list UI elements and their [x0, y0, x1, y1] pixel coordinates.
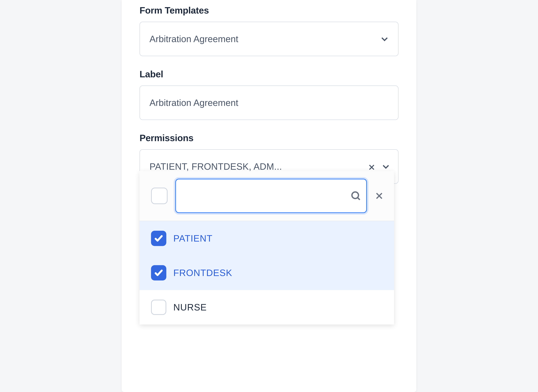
permissions-label: Permissions: [139, 133, 399, 143]
form-templates-group: Form Templates Arbitration Agreement: [139, 5, 399, 56]
permissions-option-label: FRONTDESK: [173, 268, 232, 278]
permissions-option-label: PATIENT: [173, 233, 213, 244]
checkbox-unchecked-icon: [151, 300, 166, 315]
label-field-label: Label: [139, 69, 399, 79]
svg-point-2: [352, 192, 358, 198]
permissions-summary: PATIENT, FRONTDESK, ADM...: [149, 161, 364, 172]
permissions-group: Permissions PATIENT, FRONTDESK, ADM...: [139, 133, 399, 184]
close-search-icon[interactable]: [375, 191, 384, 201]
permissions-search-input[interactable]: [182, 191, 351, 201]
label-text-field[interactable]: [139, 85, 399, 120]
checkbox-checked-icon: [151, 231, 166, 246]
permissions-option-label: NURSE: [173, 302, 207, 313]
permissions-option-frontdesk[interactable]: FRONTDESK: [139, 256, 394, 290]
chevron-down-icon: [380, 34, 389, 43]
clear-permissions-icon[interactable]: [368, 163, 376, 170]
permissions-search-row: [139, 171, 394, 221]
search-icon: [351, 191, 361, 201]
form-templates-select[interactable]: Arbitration Agreement: [139, 22, 399, 56]
permissions-actions: [364, 162, 390, 171]
form-templates-label: Form Templates: [139, 5, 399, 16]
checkbox-checked-icon: [151, 265, 166, 280]
permissions-option-nurse[interactable]: NURSE: [139, 290, 394, 325]
permissions-option-patient[interactable]: PATIENT: [139, 221, 394, 256]
form-card: Form Templates Arbitration Agreement Lab…: [122, 0, 416, 392]
permissions-dropdown-panel: PATIENT FRONTDESK NURSE: [139, 171, 394, 325]
permissions-options-list: PATIENT FRONTDESK NURSE: [139, 221, 394, 325]
permissions-search-field[interactable]: [175, 179, 367, 213]
label-input[interactable]: [149, 86, 389, 120]
select-all-checkbox[interactable]: [151, 188, 168, 204]
label-group: Label: [139, 69, 399, 120]
form-templates-selected-value: Arbitration Agreement: [149, 34, 238, 44]
svg-line-3: [358, 198, 360, 200]
page-background: Form Templates Arbitration Agreement Lab…: [0, 0, 538, 392]
chevron-down-icon[interactable]: [381, 162, 390, 171]
